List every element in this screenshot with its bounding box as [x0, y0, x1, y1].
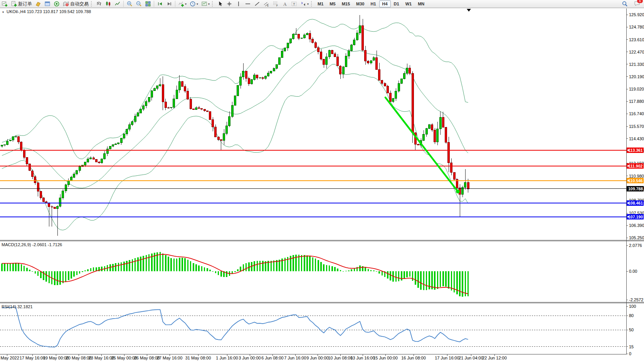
macd-histogram-bar [340, 270, 341, 271]
macd-histogram-bar [220, 271, 222, 277]
text-button[interactable]: A [280, 0, 289, 8]
candle-up [90, 158, 92, 159]
macd-histogram-bar [32, 271, 33, 272]
macd-histogram-bar [4, 264, 5, 271]
candle-down [215, 127, 217, 137]
candle-up [151, 91, 153, 97]
macd-histogram-bar [140, 257, 141, 271]
macd-histogram-bar [82, 271, 83, 272]
svg-text:E: E [267, 4, 269, 7]
macd-histogram-bar [329, 265, 330, 271]
periods-button[interactable]: ▾ [188, 0, 200, 8]
candle-up [9, 140, 11, 141]
trend-arrow-line[interactable] [385, 97, 458, 191]
trendline-button[interactable] [252, 0, 262, 8]
cursor-button[interactable] [215, 0, 225, 8]
macd-histogram-bar [334, 267, 336, 271]
auto-scroll-button[interactable] [155, 0, 165, 8]
timeframe-m30-button[interactable]: M30 [353, 0, 367, 7]
macd-histogram-bar [362, 266, 363, 272]
auto-trading-button[interactable]: 自动交易 [61, 0, 90, 8]
navigator-button[interactable] [43, 0, 52, 8]
candle-up [353, 40, 355, 45]
equidistant-channel-button[interactable]: E [262, 0, 271, 8]
candle-up [254, 75, 256, 79]
chart-shift-button[interactable] [165, 0, 174, 8]
macd-tick-label: 2.0776 [629, 243, 642, 248]
candle-up [226, 126, 228, 133]
price-tick-label: 105.250 [629, 235, 644, 240]
text-label-button[interactable]: T [289, 0, 299, 8]
timeframe-h4-button[interactable]: H4 [379, 0, 391, 7]
fibonacci-button[interactable]: F [271, 0, 280, 8]
trend-arrow-dot[interactable] [456, 190, 460, 193]
candlestick-chart-button[interactable] [104, 0, 113, 8]
timeframe-m15-button[interactable]: M15 [339, 0, 353, 7]
candle-up [231, 106, 233, 117]
macd-histogram-bar [254, 261, 255, 271]
candle-up [65, 185, 67, 191]
macd-histogram-bar [68, 271, 69, 280]
macd-histogram-bar [24, 266, 25, 271]
indicators-add-button[interactable]: ▾ [177, 0, 188, 8]
bollinger-bands [2, 19, 468, 230]
macd-histogram-bar [445, 271, 447, 287]
timeframe-m1-button[interactable]: M1 [314, 0, 326, 7]
candle-down [162, 85, 164, 102]
candle-down [23, 151, 25, 158]
price-label-111.902: 111.902 [629, 164, 643, 168]
search-icon [622, 1, 628, 7]
chart-menu-arrow[interactable]: ▾ [2, 10, 4, 14]
candle-up [395, 91, 397, 98]
macd-histogram-bar [143, 256, 144, 271]
candle-up [223, 133, 225, 141]
macd-histogram-bar [351, 269, 352, 271]
candle-up [176, 90, 178, 99]
timeframe-h1-button[interactable]: H1 [367, 0, 379, 7]
candle-down [217, 137, 219, 139]
auto-trading-label: 自动交易 [70, 1, 89, 7]
indicators-add-dropdown-arrow[interactable]: ▾ [185, 2, 187, 6]
new-chart-button[interactable] [0, 0, 9, 8]
candle-up [67, 181, 69, 185]
chart-symbol-timeframe: UKOil-,H4 [7, 9, 26, 14]
line-chart-button[interactable] [113, 0, 122, 8]
crosshair-button[interactable] [225, 0, 234, 8]
macd-histogram-bar [187, 260, 189, 271]
periods-dropdown-arrow[interactable]: ▾ [197, 2, 198, 6]
macd-histogram-bar [190, 261, 192, 271]
zoom-out-button[interactable] [134, 0, 143, 8]
time-label: 25 May 00:00 [111, 356, 137, 360]
macd-histogram-bar [146, 255, 147, 271]
arrows-button[interactable]: ▾ [299, 0, 310, 8]
candle-up [234, 96, 236, 105]
macd-histogram-bar [356, 267, 358, 271]
timeframe-m5-button[interactable]: M5 [326, 0, 338, 7]
time-label: 15 Jun 00:00 [373, 356, 398, 360]
terminal-button[interactable] [52, 0, 61, 8]
zoom-in-button[interactable] [125, 0, 134, 8]
templates-button[interactable]: ▾ [200, 0, 211, 8]
search-button[interactable] [620, 0, 629, 8]
arrows-dropdown-arrow[interactable]: ▾ [307, 2, 309, 6]
bar-chart-button[interactable] [94, 0, 104, 8]
timeframe-mn-button[interactable]: MN [415, 0, 427, 7]
chart-canvas: 125.920124.780123.610122.470121.330120.1… [0, 0, 644, 361]
notifications-button[interactable]: 1 [634, 0, 640, 8]
candle-up [359, 25, 361, 33]
timeframe-w1-button[interactable]: W1 [402, 0, 415, 7]
candle-down [26, 158, 28, 164]
macd-histogram-bar [259, 261, 261, 271]
templates-dropdown-arrow[interactable]: ▾ [208, 2, 210, 6]
price-label-107.190: 107.190 [628, 215, 643, 219]
tile-windows-button[interactable] [143, 0, 153, 8]
candle-up [71, 177, 72, 181]
vertical-line-button[interactable] [234, 0, 243, 8]
rsi-name: RSI(14) [2, 304, 16, 309]
macd-histogram-bar [204, 267, 205, 271]
timeframe-d1-button[interactable]: D1 [391, 0, 402, 7]
candle-up [12, 137, 14, 140]
horizontal-line-button[interactable] [243, 0, 252, 8]
market-watch-button[interactable] [34, 0, 43, 8]
new-order-button[interactable]: 新订单 [9, 0, 34, 8]
